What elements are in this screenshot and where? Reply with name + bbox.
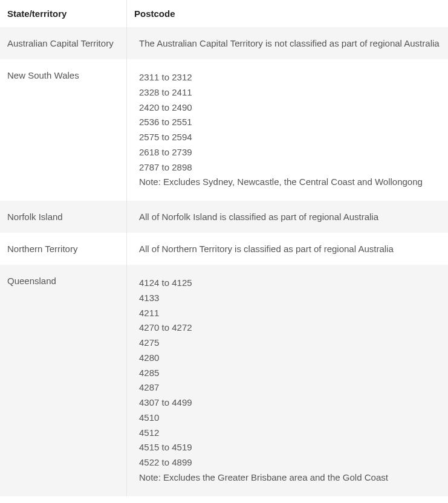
postcode-cell: 4124 to 4125 4133 4211 4270 to 4272 4275… — [127, 265, 448, 496]
postcode-note: Note: Excludes the Greater Brisbane area… — [139, 470, 440, 485]
table-row: Australian Capital Territory The Austral… — [0, 27, 448, 59]
postcode-range: 4510 — [139, 411, 440, 426]
table-row: New South Wales 2311 to 2312 2328 to 241… — [0, 59, 448, 201]
postcode-range: 2787 to 2898 — [139, 160, 440, 175]
postcode-range: 2311 to 2312 — [139, 70, 440, 85]
postcode-range: 4211 — [139, 306, 440, 321]
postcode-range: 4285 — [139, 366, 440, 381]
state-cell: Norfolk Island — [0, 201, 127, 233]
postcode-range: 2536 to 2551 — [139, 115, 440, 130]
postcode-range: 4133 — [139, 291, 440, 306]
postcode-range: 4307 to 4499 — [139, 395, 440, 411]
postcode-range: 2618 to 2739 — [139, 145, 440, 160]
postcode-note: Note: Excludes Sydney, Newcastle, the Ce… — [139, 175, 440, 190]
postcode-table: State/territory Postcode Australian Capi… — [0, 0, 448, 496]
postcode-range: 4124 to 4125 — [139, 276, 440, 291]
postcode-cell: All of Norfolk Island is classified as p… — [127, 201, 448, 233]
table-row: Northern Territory All of Northern Terri… — [0, 233, 448, 265]
postcode-cell: The Australian Capital Territory is not … — [127, 27, 448, 59]
postcode-range: 2420 to 2490 — [139, 100, 440, 115]
header-state: State/territory — [0, 0, 127, 27]
state-cell: Northern Territory — [0, 233, 127, 265]
postcode-range: 4280 — [139, 351, 440, 366]
state-cell: New South Wales — [0, 59, 127, 201]
postcode-range: 4287 — [139, 380, 440, 395]
postcode-range: 4512 — [139, 426, 440, 441]
postcode-range: 4275 — [139, 336, 440, 351]
postcode-range: 4522 to 4899 — [139, 455, 440, 470]
postcode-range: 4270 to 4272 — [139, 320, 440, 336]
state-cell: Queensland — [0, 265, 127, 496]
postcode-cell: All of Northern Territory is classified … — [127, 233, 448, 265]
postcode-range: 2328 to 2411 — [139, 85, 440, 100]
state-cell: Australian Capital Territory — [0, 27, 127, 59]
postcode-range: 2575 to 2594 — [139, 130, 440, 145]
postcode-range: 4515 to 4519 — [139, 440, 440, 455]
header-postcode: Postcode — [127, 0, 448, 27]
postcode-cell: 2311 to 2312 2328 to 2411 2420 to 2490 2… — [127, 59, 448, 201]
table-row: Queensland 4124 to 4125 4133 4211 4270 t… — [0, 265, 448, 496]
table-header-row: State/territory Postcode — [0, 0, 448, 27]
table-row: Norfolk Island All of Norfolk Island is … — [0, 201, 448, 233]
